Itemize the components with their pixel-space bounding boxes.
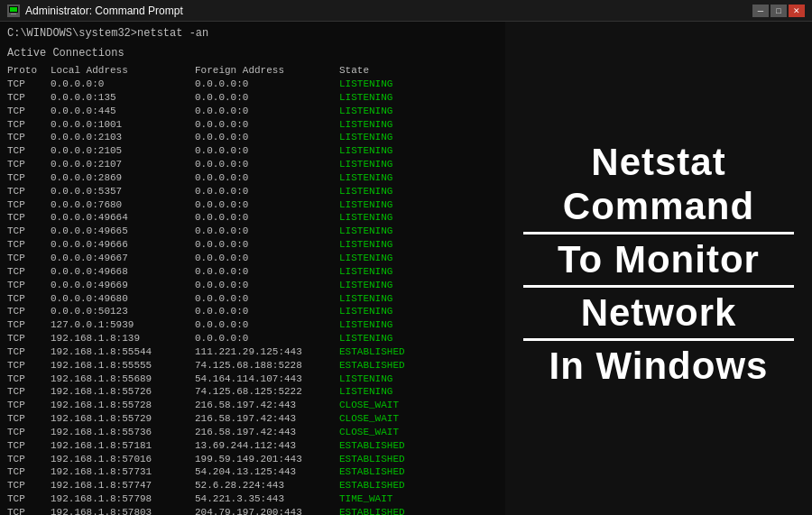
table-row: TCP 0.0.0.0:0 0.0.0.0:0 LISTENING xyxy=(7,78,498,91)
row-foreign: 54.204.13.125:443 xyxy=(195,465,339,479)
row-local: 0.0.0.0:49666 xyxy=(51,238,195,252)
row-foreign: 216.58.197.42:443 xyxy=(195,426,339,439)
row-state: ESTABLISHED xyxy=(339,479,448,492)
row-proto: TCP xyxy=(7,78,51,91)
row-state: LISTENING xyxy=(339,372,448,386)
row-state: CLOSE_WAIT xyxy=(339,412,448,426)
row-proto: TCP xyxy=(7,492,51,506)
row-local: 127.0.0.1:5939 xyxy=(51,318,195,332)
row-state: LISTENING xyxy=(339,225,448,238)
row-state: LISTENING xyxy=(339,144,448,158)
overlay-line4: In Windows xyxy=(523,345,794,391)
row-local: 192.168.1.8:139 xyxy=(51,332,195,345)
row-state: LISTENING xyxy=(339,198,448,212)
terminal-panel: C:\WINDOWS\system32>netstat -an Active C… xyxy=(0,22,505,515)
row-local: 0.0.0.0:49680 xyxy=(51,292,195,306)
row-proto: TCP xyxy=(7,198,51,212)
row-state: LISTENING xyxy=(339,265,448,279)
row-proto: TCP xyxy=(7,105,51,118)
row-state: LISTENING xyxy=(339,385,448,399)
row-proto: TCP xyxy=(7,279,51,292)
row-proto: TCP xyxy=(7,292,51,306)
row-state: LISTENING xyxy=(339,118,448,132)
row-proto: TCP xyxy=(7,426,51,439)
row-state: ESTABLISHED xyxy=(339,453,448,466)
row-proto: TCP xyxy=(7,171,51,185)
table-row: TCP 192.168.1.8:57181 13.69.244.112:443 … xyxy=(7,439,498,453)
table-row: TCP 0.0.0.0:49665 0.0.0.0:0 LISTENING xyxy=(7,225,498,238)
row-foreign: 0.0.0.0:0 xyxy=(195,91,339,105)
row-local: 0.0.0.0:50123 xyxy=(51,305,195,318)
row-foreign: 0.0.0.0:0 xyxy=(195,211,339,225)
row-foreign: 54.221.3.35:443 xyxy=(195,492,339,506)
table-row: TCP 0.0.0.0:7680 0.0.0.0:0 LISTENING xyxy=(7,198,498,212)
row-proto: TCP xyxy=(7,465,51,479)
table-row: TCP 0.0.0.0:135 0.0.0.0:0 LISTENING xyxy=(7,91,498,105)
row-proto: TCP xyxy=(7,158,51,171)
row-state: LISTENING xyxy=(339,279,448,292)
row-state: LISTENING xyxy=(339,158,448,171)
window-controls: ─ □ ✕ xyxy=(752,5,805,17)
row-state: LISTENING xyxy=(339,131,448,144)
row-proto: TCP xyxy=(7,479,51,492)
table-row: TCP 0.0.0.0:2103 0.0.0.0:0 LISTENING xyxy=(7,131,498,144)
row-proto: TCP xyxy=(7,506,51,515)
row-state: LISTENING xyxy=(339,91,448,105)
row-foreign: 0.0.0.0:0 xyxy=(195,105,339,118)
row-foreign: 0.0.0.0:0 xyxy=(195,225,339,238)
row-state: LISTENING xyxy=(339,318,448,332)
row-local: 192.168.1.8:57798 xyxy=(51,492,195,506)
row-state: CLOSE_WAIT xyxy=(339,426,448,439)
row-proto: TCP xyxy=(7,211,51,225)
row-foreign: 0.0.0.0:0 xyxy=(195,318,339,332)
row-local: 0.0.0.0:49665 xyxy=(51,225,195,238)
table-row: TCP 192.168.1.8:55544 111.221.29.125:443… xyxy=(7,345,498,359)
row-proto: TCP xyxy=(7,318,51,332)
row-proto: TCP xyxy=(7,332,51,345)
row-local: 192.168.1.8:57016 xyxy=(51,453,195,466)
maximize-button[interactable]: □ xyxy=(770,5,787,17)
row-foreign: 0.0.0.0:0 xyxy=(195,252,339,265)
table-row: TCP 0.0.0.0:49667 0.0.0.0:0 LISTENING xyxy=(7,252,498,265)
table-row: TCP 192.168.1.8:55729 216.58.197.42:443 … xyxy=(7,412,498,426)
row-state: ESTABLISHED xyxy=(339,465,448,479)
row-proto: TCP xyxy=(7,385,51,399)
row-local: 0.0.0.0:2107 xyxy=(51,158,195,171)
row-foreign: 0.0.0.0:0 xyxy=(195,118,339,132)
overlay-title: Netstat Command To Monitor Network In Wi… xyxy=(523,141,794,395)
header-foreign: Foreign Address xyxy=(195,65,339,76)
table-row: TCP 192.168.1.8:55555 74.125.68.188:5228… xyxy=(7,359,498,372)
row-state: LISTENING xyxy=(339,252,448,265)
header-proto: Proto xyxy=(7,65,51,76)
overlay-line3: Network xyxy=(523,291,794,341)
table-row: TCP 192.168.1.8:57798 54.221.3.35:443 TI… xyxy=(7,492,498,506)
svg-rect-3 xyxy=(11,14,16,14)
row-foreign: 216.58.197.42:443 xyxy=(195,412,339,426)
minimize-button[interactable]: ─ xyxy=(752,5,769,17)
row-foreign: 0.0.0.0:0 xyxy=(195,158,339,171)
row-local: 0.0.0.0:2869 xyxy=(51,171,195,185)
table-row: TCP 192.168.1.8:55728 216.58.197.42:443 … xyxy=(7,399,498,412)
row-state: CLOSE_WAIT xyxy=(339,399,448,412)
row-state: LISTENING xyxy=(339,292,448,306)
command-prompt: C:\WINDOWS\system32>netstat -an xyxy=(7,27,498,40)
table-row: TCP 192.168.1.8:55726 74.125.68.125:5222… xyxy=(7,385,498,399)
table-row: TCP 192.168.1.8:139 0.0.0.0:0 LISTENING xyxy=(7,332,498,345)
row-proto: TCP xyxy=(7,305,51,318)
row-state: LISTENING xyxy=(339,78,448,91)
main-container: C:\WINDOWS\system32>netstat -an Active C… xyxy=(0,22,812,515)
row-local: 192.168.1.8:55689 xyxy=(51,372,195,386)
row-local: 0.0.0.0:1001 xyxy=(51,118,195,132)
overlay-line1: Netstat Command xyxy=(523,141,794,235)
table-row: TCP 0.0.0.0:49668 0.0.0.0:0 LISTENING xyxy=(7,265,498,279)
row-foreign: 0.0.0.0:0 xyxy=(195,144,339,158)
table-row: TCP 0.0.0.0:2107 0.0.0.0:0 LISTENING xyxy=(7,158,498,171)
close-button[interactable]: ✕ xyxy=(789,5,805,17)
row-state: ESTABLISHED xyxy=(339,439,448,453)
row-proto: TCP xyxy=(7,372,51,386)
row-state: LISTENING xyxy=(339,332,448,345)
row-local: 192.168.1.8:55729 xyxy=(51,412,195,426)
row-foreign: 216.58.197.42:443 xyxy=(195,399,339,412)
row-proto: TCP xyxy=(7,131,51,144)
overlay-line2: To Monitor xyxy=(523,238,794,288)
